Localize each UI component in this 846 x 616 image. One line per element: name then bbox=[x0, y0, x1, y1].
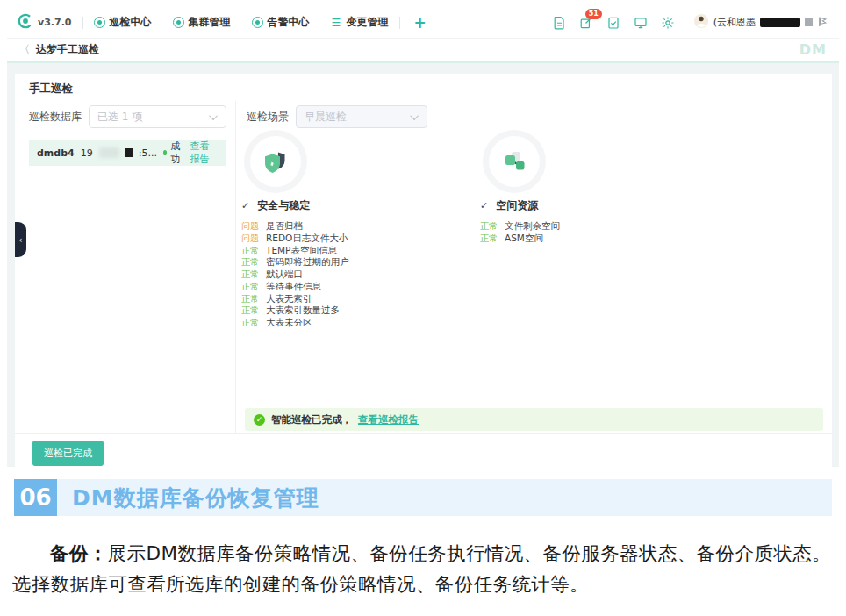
scene-select[interactable]: 早晨巡检 bbox=[296, 105, 427, 128]
check-item-label: 是否归档 bbox=[266, 220, 303, 233]
redacted-block bbox=[805, 18, 813, 26]
check-item: 正常TEMP表空间信息 bbox=[241, 245, 443, 257]
sidebar-collapse-handle[interactable]: ‹ bbox=[15, 222, 26, 257]
manual-inspection-card: 手工巡检 巡检数据库 已选 1 项 dmdb4 19 :5... bbox=[15, 74, 832, 467]
nav-item-3[interactable]: 告警中心 bbox=[252, 15, 310, 30]
nav-item-label: 变更管理 bbox=[347, 15, 389, 30]
add-tab-button[interactable]: + bbox=[414, 14, 427, 32]
check-item: 正常文件剩余空间 bbox=[480, 220, 682, 233]
check-icon: ✓ bbox=[241, 200, 249, 211]
check-item: 问题REDO日志文件大小 bbox=[241, 233, 443, 245]
nav-item-label: 集群管理 bbox=[189, 15, 231, 30]
avatar bbox=[693, 13, 709, 32]
nav-item-label: 巡检中心 bbox=[110, 15, 152, 30]
todo-icon[interactable] bbox=[606, 16, 620, 30]
success-dot-icon bbox=[163, 150, 167, 155]
group-title-row: ✓ 安全与稳定 bbox=[241, 198, 443, 213]
breadcrumb: 达梦手工巡检 bbox=[36, 42, 99, 57]
check-item-status-tag: 问题 bbox=[241, 220, 259, 233]
user-name: (云和恩墨 bbox=[713, 16, 756, 29]
navbar-tools: 51 (云和恩墨 bbox=[552, 13, 828, 32]
view-report-link[interactable]: 查看报告 bbox=[190, 140, 219, 166]
paragraph-text: 展示DM数据库备份策略情况、备份任务执行情况、备份服务器状态、备份介质状态。选择… bbox=[12, 542, 831, 595]
monitor-icon[interactable] bbox=[634, 16, 648, 30]
group-security-stability: ✓ 安全与稳定 问题是否归档问题REDO日志文件大小正常TEMP表空间信息正常密… bbox=[241, 129, 443, 329]
breadcrumb-bar: 〈 达梦手工巡检 DM bbox=[7, 39, 839, 63]
nav-item-2[interactable]: 集群管理 bbox=[173, 15, 231, 30]
divider bbox=[399, 17, 400, 29]
app-screenshot: v3.7.0 巡检中心集群管理告警中心☰变更管理 + 51 (云和恩墨 bbox=[7, 7, 839, 467]
cluster-management-icon bbox=[173, 17, 184, 28]
redacted-username bbox=[760, 18, 800, 27]
scene-select-value: 早晨巡检 bbox=[305, 110, 347, 125]
check-item-label: 文件剩余空间 bbox=[505, 220, 560, 233]
database-select-label: 巡检数据库 bbox=[29, 110, 82, 125]
database-row[interactable]: dmdb4 19 :5... 成功 查看报告 bbox=[29, 140, 226, 166]
change-management-icon: ☰ bbox=[331, 17, 342, 28]
check-item-status-tag: 正常 bbox=[241, 281, 259, 293]
toolbar-icons: 51 bbox=[552, 16, 675, 30]
nav-item-label: 告警中心 bbox=[268, 15, 310, 30]
check-item-label: 默认端口 bbox=[266, 269, 303, 281]
scene-select-label: 巡检场景 bbox=[247, 110, 289, 125]
share-icon[interactable]: 51 bbox=[579, 16, 593, 30]
section-header: 06 DM数据库备份恢复管理 bbox=[14, 479, 832, 516]
flag-icon[interactable] bbox=[817, 16, 828, 30]
group-item-list: 问题是否归档问题REDO日志文件大小正常TEMP表空间信息正常密码即将过期的用户… bbox=[241, 220, 443, 329]
check-icon: ✓ bbox=[480, 200, 488, 211]
nav-item-1[interactable]: 巡检中心 bbox=[94, 15, 152, 30]
check-item-status-tag: 正常 bbox=[241, 269, 259, 281]
gear-icon[interactable] bbox=[661, 16, 675, 30]
database-select-value: 已选 1 项 bbox=[97, 110, 142, 125]
group-space-resources: ✓ 空间资源 正常文件剩余空间正常ASM空间 bbox=[480, 129, 682, 245]
check-item: 正常等待事件信息 bbox=[241, 281, 443, 293]
cubes-icon bbox=[489, 136, 540, 187]
check-item-label: 大表无索引 bbox=[266, 293, 312, 305]
success-check-icon: ✓ bbox=[254, 414, 265, 426]
document-icon[interactable] bbox=[552, 16, 566, 30]
check-item-status-tag: 正常 bbox=[241, 256, 259, 269]
check-item: 正常大表未分区 bbox=[241, 317, 443, 329]
check-item-status-tag: 正常 bbox=[241, 304, 259, 317]
check-item-status-tag: 问题 bbox=[241, 233, 259, 245]
alert-center-icon bbox=[252, 17, 263, 28]
notification-badge: 51 bbox=[585, 9, 602, 19]
user-account[interactable]: (云和恩墨 bbox=[693, 13, 828, 32]
top-navbar: v3.7.0 巡检中心集群管理告警中心☰变更管理 + 51 (云和恩墨 bbox=[7, 7, 839, 39]
database-name: dmdb4 bbox=[37, 147, 75, 159]
check-item: 正常大表无索引 bbox=[241, 293, 443, 305]
check-item-status-tag: 正常 bbox=[241, 317, 259, 329]
check-item: 正常大表索引数量过多 bbox=[241, 305, 443, 318]
redacted-ip-block bbox=[125, 148, 132, 157]
database-select[interactable]: 已选 1 项 bbox=[89, 105, 226, 128]
section-number-badge: 06 bbox=[14, 479, 57, 516]
back-chevron-icon[interactable]: 〈 bbox=[19, 42, 30, 57]
check-item: 正常密码即将过期的用户 bbox=[241, 256, 443, 269]
status-text: 成功 bbox=[170, 140, 183, 166]
check-item-label: 大表未分区 bbox=[266, 317, 312, 329]
inspection-complete-alert: ✓ 智能巡检已完成， 查看巡检报告 bbox=[245, 408, 823, 431]
check-item-status-tag: 正常 bbox=[241, 245, 259, 257]
main-nav: 巡检中心集群管理告警中心☰变更管理 bbox=[94, 15, 389, 30]
view-inspection-report-link[interactable]: 查看巡检报告 bbox=[358, 413, 419, 426]
check-item-label: 密码即将过期的用户 bbox=[266, 256, 349, 269]
paragraph-lead: 备份： bbox=[50, 542, 108, 564]
nav-item-4[interactable]: ☰变更管理 bbox=[331, 15, 389, 30]
status-badge: 成功 bbox=[163, 140, 184, 166]
chevron-down-icon bbox=[410, 111, 419, 120]
database-panel: 巡检数据库 已选 1 项 dmdb4 19 :5... 成功 bbox=[15, 101, 236, 433]
section-title: DM数据库备份恢复管理 bbox=[72, 483, 319, 512]
check-item: 正常默认端口 bbox=[241, 269, 443, 281]
group-title: 安全与稳定 bbox=[257, 198, 310, 213]
divider bbox=[82, 17, 83, 29]
database-port-suffix: :5... bbox=[139, 147, 157, 159]
logo-swirl-icon bbox=[18, 13, 33, 32]
body-paragraph: 备份：展示DM数据库备份策略情况、备份任务执行情况、备份服务器状态、备份介质状态… bbox=[12, 538, 835, 599]
check-item-status-tag: 正常 bbox=[241, 293, 259, 305]
check-item-label: REDO日志文件大小 bbox=[266, 233, 348, 245]
group-title-row: ✓ 空间资源 bbox=[480, 198, 682, 213]
check-item-status-tag: 正常 bbox=[480, 233, 498, 245]
chevron-down-icon bbox=[209, 111, 218, 120]
group-title: 空间资源 bbox=[496, 198, 538, 213]
inspection-done-button[interactable]: 巡检已完成 bbox=[32, 441, 104, 466]
